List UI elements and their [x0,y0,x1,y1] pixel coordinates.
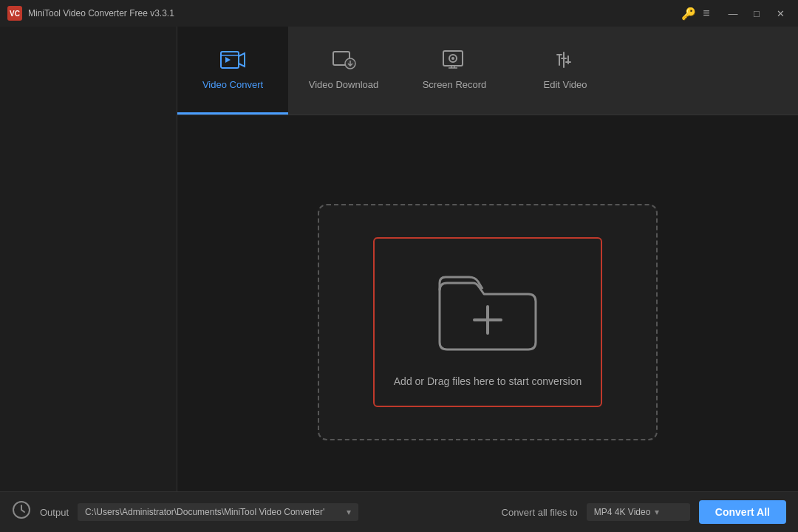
drop-zone-inner[interactable]: Add or Drag files here to start conversi… [373,237,602,407]
convert-all-label: Convert all files to [502,507,578,518]
svg-point-5 [451,57,454,60]
tab-video-convert-label: Video Convert [202,79,263,90]
app-logo: VC [7,6,22,21]
minimize-button[interactable]: — [723,6,743,21]
clock-icon [12,500,31,524]
folder-icon [432,257,543,361]
maximize-button[interactable]: □ [746,6,767,21]
format-dropdown-icon[interactable]: ▾ [655,507,659,517]
left-sidebar [0,27,177,491]
output-path-text: C:\Users\Administrator\Documents\MiniToo… [85,507,342,517]
edit-video-icon [552,49,579,75]
format-text: MP4 4K Video [594,507,651,517]
bottom-bar: Output C:\Users\Administrator\Documents\… [0,491,798,532]
titlebar-left: VC MiniTool Video Converter Free v3.3.1 [7,6,174,21]
app-title: MiniTool Video Converter Free v3.3.1 [28,8,174,18]
format-selector[interactable]: MP4 4K Video ▾ [587,503,690,521]
tab-video-convert[interactable]: Video Convert [177,27,288,115]
video-download-icon [330,49,357,75]
main-area: Add or Drag files here to start conversi… [177,115,798,491]
drop-zone-container: Add or Drag files here to start conversi… [177,152,798,491]
tab-video-download-label: Video Download [309,79,378,90]
tab-edit-video[interactable]: Edit Video [510,27,621,115]
hamburger-icon[interactable]: ≡ [699,6,714,21]
titlebar: VC MiniTool Video Converter Free v3.3.1 … [0,0,798,27]
screen-record-icon [441,49,468,75]
output-label: Output [40,507,69,518]
tab-video-download[interactable]: Video Download [288,27,399,115]
tab-screen-record[interactable]: Screen Record [399,27,510,115]
tab-edit-video-label: Edit Video [543,79,587,90]
tab-screen-record-label: Screen Record [423,79,487,90]
close-button[interactable]: ✕ [770,6,791,21]
video-convert-icon [219,49,246,75]
navbar: Video Convert Video Download Screen Reco… [177,27,798,115]
output-path-dropdown-icon[interactable]: ▾ [347,507,351,517]
drop-zone-outer: Add or Drag files here to start conversi… [318,204,658,440]
convert-all-button[interactable]: Convert All [699,500,786,524]
drop-zone-text: Add or Drag files here to start conversi… [394,375,582,387]
key-icon[interactable]: 🔑 [681,6,696,21]
output-path-selector[interactable]: C:\Users\Administrator\Documents\MiniToo… [78,503,358,521]
titlebar-controls: 🔑 ≡ — □ ✕ [681,6,791,21]
